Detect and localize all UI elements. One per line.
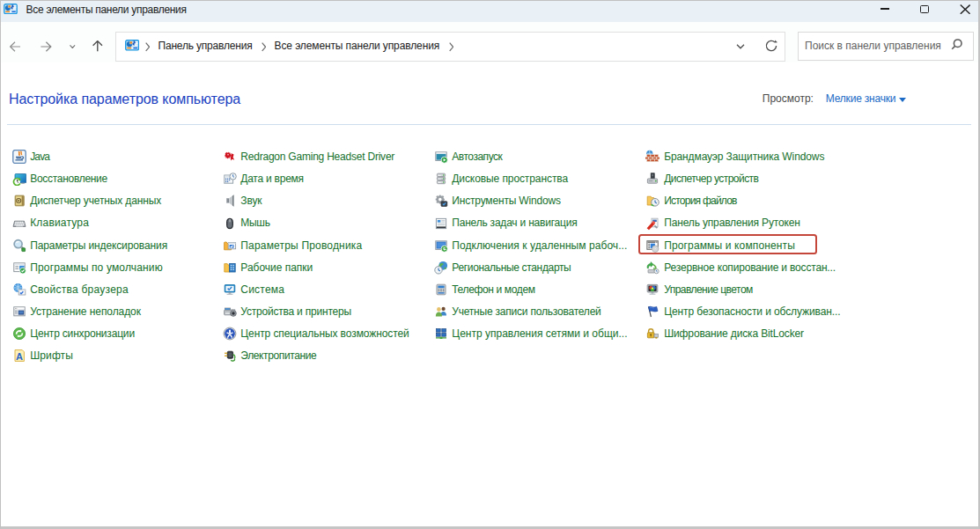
svg-text:A: A — [16, 350, 23, 361]
